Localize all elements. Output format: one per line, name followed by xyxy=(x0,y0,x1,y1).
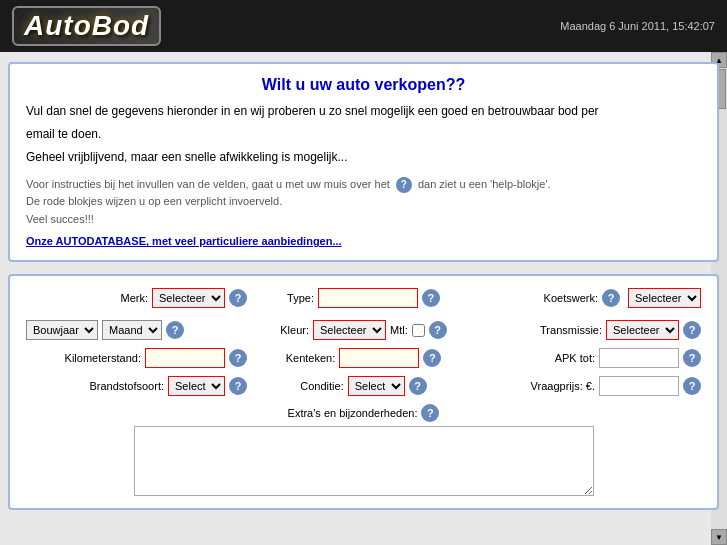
mtl-checkbox[interactable] xyxy=(412,324,425,337)
brandstof-label: Brandstofsoort: xyxy=(89,380,164,392)
km-cell: Kilometerstand: ? xyxy=(26,348,247,368)
transmissie-help-icon[interactable]: ? xyxy=(683,321,701,339)
conditie-select[interactable]: Select xyxy=(348,376,405,396)
merk-help-icon[interactable]: ? xyxy=(229,289,247,307)
koetswerk-cell: Koetswerk: ? Selecteer xyxy=(480,288,701,308)
merk-cell: Merk: Selecteer ? xyxy=(26,288,247,308)
maand-select[interactable]: Maand xyxy=(102,320,162,340)
kleur-cell: Kleur: Selecteer Mtl: ? xyxy=(253,320,474,340)
type-cell: Type: ? xyxy=(253,288,474,308)
type-help-icon[interactable]: ? xyxy=(422,289,440,307)
extras-row: Extra's en bijzonderheden: ? xyxy=(26,404,701,422)
extras-textarea[interactable] xyxy=(134,426,594,496)
logo-part2: Bod xyxy=(92,10,149,41)
form-box: Merk: Selecteer ? Type: ? Koetswerk: ? S… xyxy=(8,274,719,510)
koetswerk-help-icon[interactable]: ? xyxy=(602,289,620,307)
autodatabase-link[interactable]: Onze AUTODATABASE, met veel particuliere… xyxy=(26,235,342,247)
extras-label: Extra's en bijzonderheden: xyxy=(288,407,418,419)
vraagprijs-help-icon[interactable]: ? xyxy=(683,377,701,395)
kleur-help-icon[interactable]: ? xyxy=(429,321,447,339)
brandstof-select[interactable]: Select xyxy=(168,376,225,396)
info-box: Wilt u uw auto verkopen?? Vul dan snel d… xyxy=(8,62,719,262)
vraagprijs-label: Vraagprijs: €. xyxy=(531,380,595,392)
apk-label: APK tot: xyxy=(555,352,595,364)
kleur-select[interactable]: Selecteer xyxy=(313,320,386,340)
transmissie-select[interactable]: Selecteer xyxy=(606,320,679,340)
apk-cell: APK tot: ? xyxy=(480,348,701,368)
logo-part1: Auto xyxy=(24,10,92,41)
kenteken-help-icon[interactable]: ? xyxy=(423,349,441,367)
transmissie-label: Transmissie: xyxy=(540,324,602,336)
form-row-4: Brandstofsoort: Select ? Conditie: Selec… xyxy=(26,376,701,396)
brandstof-help-icon[interactable]: ? xyxy=(229,377,247,395)
main-content: AutoBod AutoBod AutoBod AutoBod Wilt u u… xyxy=(0,52,727,545)
extras-textarea-row xyxy=(26,426,701,496)
hint-text1: Voor instructies bij het invullen van de… xyxy=(26,178,390,190)
koetswerk-label: Koetswerk: xyxy=(544,292,598,304)
koetswerk-select[interactable]: Selecteer xyxy=(628,288,701,308)
kenteken-label: Kenteken: xyxy=(286,352,336,364)
info-line2: email te doen. xyxy=(26,125,701,144)
transmissie-cell: Transmissie: Selecteer ? xyxy=(480,320,701,340)
info-line1: Vul dan snel de gegevens hieronder in en… xyxy=(26,102,701,121)
logo: AutoBod xyxy=(12,6,161,46)
km-label: Kilometerstand: xyxy=(65,352,141,364)
info-line3: Geheel vrijblijvend, maar een snelle afw… xyxy=(26,148,701,167)
km-help-icon[interactable]: ? xyxy=(229,349,247,367)
apk-help-icon[interactable]: ? xyxy=(683,349,701,367)
form-row-3: Kilometerstand: ? Kenteken: ? APK tot: ? xyxy=(26,348,701,368)
bouwjaar-cell: Bouwjaar Maand ? xyxy=(26,320,247,340)
bouwjaar-help-icon[interactable]: ? xyxy=(166,321,184,339)
help-icon-inline[interactable]: ? xyxy=(396,177,412,193)
form-row-2: Bouwjaar Maand ? Kleur: Selecteer Mtl: ?… xyxy=(26,320,701,340)
hint-text3: De rode blokjes wijzen u op een verplich… xyxy=(26,193,701,211)
hint-text4: Veel succes!!! xyxy=(26,211,701,229)
vraagprijs-input[interactable] xyxy=(599,376,679,396)
bouwjaar-select[interactable]: Bouwjaar xyxy=(26,320,98,340)
hint-text2: dan ziet u een 'help-blokje'. xyxy=(418,178,551,190)
km-input[interactable] xyxy=(145,348,225,368)
info-title: Wilt u uw auto verkopen?? xyxy=(26,76,701,94)
form-row-1: Merk: Selecteer ? Type: ? Koetswerk: ? S… xyxy=(26,288,701,308)
merk-label: Merk: xyxy=(121,292,149,304)
info-body: Vul dan snel de gegevens hieronder in en… xyxy=(26,102,701,168)
type-label: Type: xyxy=(287,292,314,304)
info-hint: Voor instructies bij het invullen van de… xyxy=(26,176,701,229)
datetime: Maandag 6 Juni 2011, 15:42:07 xyxy=(560,20,715,32)
apk-input[interactable] xyxy=(599,348,679,368)
conditie-cell: Conditie: Select ? xyxy=(253,376,474,396)
vraagprijs-cell: Vraagprijs: €. ? xyxy=(480,376,701,396)
merk-select[interactable]: Selecteer xyxy=(152,288,225,308)
kenteken-cell: Kenteken: ? xyxy=(253,348,474,368)
header: AutoBod Maandag 6 Juni 2011, 15:42:07 xyxy=(0,0,727,52)
kleur-label: Kleur: xyxy=(280,324,309,336)
conditie-label: Conditie: xyxy=(300,380,343,392)
conditie-help-icon[interactable]: ? xyxy=(409,377,427,395)
brandstof-cell: Brandstofsoort: Select ? xyxy=(26,376,247,396)
extras-help-icon[interactable]: ? xyxy=(421,404,439,422)
scroll-down-btn[interactable]: ▼ xyxy=(711,529,727,545)
type-input[interactable] xyxy=(318,288,418,308)
kenteken-input[interactable] xyxy=(339,348,419,368)
mtl-label: Mtl: xyxy=(390,324,408,336)
